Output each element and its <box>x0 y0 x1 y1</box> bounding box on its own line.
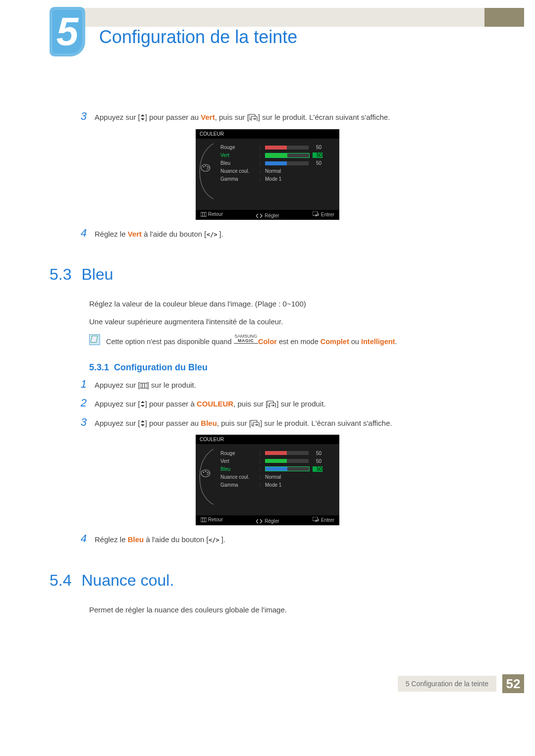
osd-footer-regler: Régler <box>256 517 279 524</box>
leftright-code-icon <box>207 230 219 241</box>
step-text: Appuyez sur [] pour passer au Vert, puis… <box>95 112 485 124</box>
step-2-bleu: 2 Appuyez sur [] pour passer à COULEUR, … <box>50 397 485 411</box>
step-3-bleu: 3 Appuyez sur [] pour passer au Bleu, pu… <box>50 416 485 430</box>
osd-footer-retour: Retour <box>201 211 223 218</box>
updown-icon <box>140 419 145 430</box>
paragraph: Permet de régler la nuance des couleurs … <box>89 605 485 615</box>
osd-row-vert-selected: Vert: 50 <box>220 151 333 159</box>
osd-footer: Retour Régler Entrer <box>196 210 339 220</box>
paragraph: Réglez la valeur de la couleur bleue dan… <box>89 299 485 309</box>
osd-title: COULEUR <box>196 435 339 444</box>
samsung-magic-logo: SAMSUNGMAGIC <box>234 334 259 344</box>
updown-icon <box>140 113 145 124</box>
chapter-title: Configuration de la teinte <box>99 27 297 48</box>
note-callout: Cette option n'est pas disponible quand … <box>89 334 485 346</box>
step-text: Appuyez sur [] pour passer à COULEUR, pu… <box>95 399 485 411</box>
step-number: 1 <box>50 378 95 391</box>
osd-row-nuance: Nuance coul.: Normal <box>220 473 333 481</box>
footer-chapter-label: 5 Configuration de la teinte <box>398 676 496 692</box>
enter-icon <box>268 400 276 411</box>
step-text: Appuyez sur [] pour passer au Bleu, puis… <box>95 418 485 430</box>
osd-footer-regler: Régler <box>256 211 279 218</box>
osd-title: COULEUR <box>196 129 339 139</box>
osd-footer: Retour Régler Entrer <box>196 515 339 525</box>
note-icon <box>89 334 100 345</box>
paragraph: Une valeur supérieure augmentera l'inten… <box>89 316 485 327</box>
chapter-header: 5 Configuration de la teinte <box>0 27 535 70</box>
step-number: 4 <box>50 532 95 545</box>
subsection-5-3-1-heading: 5.3.1 Configuration du Bleu <box>89 362 485 373</box>
osd-panel-bleu: COULEUR Rouge: 50 Vert: 50 Bleu: 50 Nuan… <box>196 435 339 525</box>
page-number: 52 <box>502 674 524 693</box>
enter-icon <box>251 419 260 430</box>
step-text: Réglez le Bleu à l'aide du bouton []. <box>95 534 485 547</box>
page-content: 3 Appuyez sur [] pour passer au Vert, pu… <box>50 110 485 615</box>
osd-footer-entrer: Entrer <box>313 211 334 218</box>
updown-icon <box>140 400 145 411</box>
osd-panel-vert: COULEUR Rouge: 50 Vert: 50 Bleu: 50 Nuan… <box>196 129 339 220</box>
osd-row-gamma: Gamma: Mode 1 <box>220 175 333 183</box>
step-text: Réglez le Vert à l'aide du bouton []. <box>95 229 485 241</box>
page-footer: 5 Configuration de la teinte 52 <box>0 674 535 708</box>
leftright-code-icon <box>209 535 221 547</box>
enter-icon <box>249 113 258 124</box>
menu-icon <box>140 381 147 392</box>
chapter-number-badge: 5 <box>50 7 85 56</box>
osd-row-rouge: Rouge: 50 <box>220 144 333 151</box>
step-1-bleu: 1 Appuyez sur [] sur le produit. <box>50 378 485 392</box>
step-4-vert: 4 Réglez le Vert à l'aide du bouton []. <box>50 227 485 241</box>
step-4-bleu: 4 Réglez le Bleu à l'aide du bouton []. <box>50 532 485 547</box>
section-5-4-heading: 5.4 Nuance coul. <box>50 571 485 590</box>
osd-row-nuance: Nuance coul.: Normal <box>220 167 333 175</box>
section-5-3-heading: 5.3 Bleu <box>50 265 485 284</box>
step-text: Appuyez sur [] sur le produit. <box>95 380 485 392</box>
osd-footer-entrer: Entrer <box>313 517 334 524</box>
osd-footer-retour: Retour <box>201 517 223 524</box>
osd-row-vert: Vert: 50 <box>220 457 333 465</box>
osd-row-rouge: Rouge: 50 <box>220 449 333 457</box>
palette-icon <box>201 163 212 173</box>
step-number: 4 <box>50 227 95 240</box>
palette-icon <box>201 469 212 479</box>
osd-row-bleu-selected: Bleu: 50 <box>220 465 333 473</box>
osd-row-bleu: Bleu: 50 <box>220 159 333 167</box>
step-number: 3 <box>50 110 95 123</box>
step-3-vert: 3 Appuyez sur [] pour passer au Vert, pu… <box>50 110 485 124</box>
step-number: 3 <box>50 416 95 429</box>
step-number: 2 <box>50 397 95 409</box>
osd-row-gamma: Gamma: Mode 1 <box>220 481 333 489</box>
